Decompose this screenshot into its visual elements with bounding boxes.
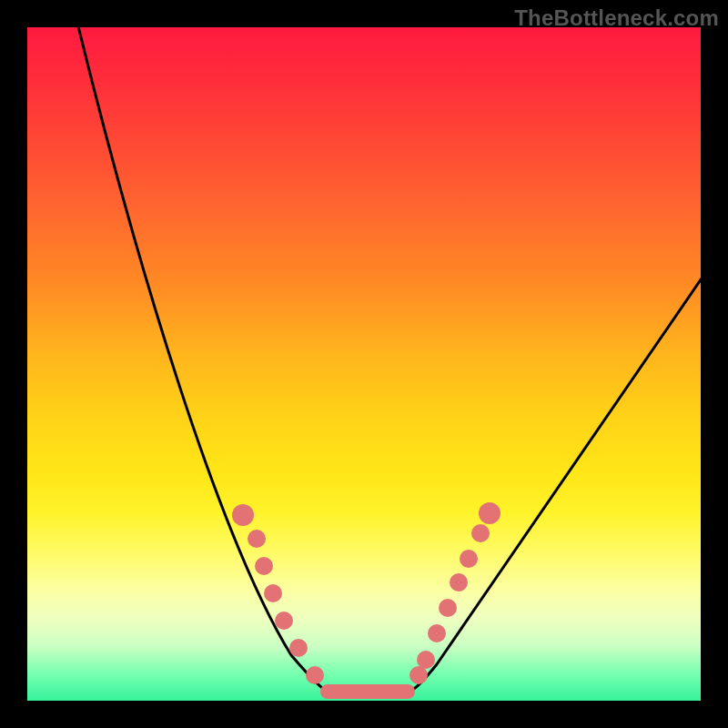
marker-right-0	[410, 666, 428, 684]
marker-left-5	[289, 639, 308, 657]
plot-area	[27, 27, 701, 701]
marker-left-6	[306, 666, 324, 684]
marker-left-0	[232, 504, 254, 526]
markers-left-group	[232, 504, 324, 684]
marker-right-2	[428, 624, 446, 642]
marker-right-3	[439, 599, 457, 617]
marker-left-1	[248, 530, 266, 548]
marker-right-4	[450, 573, 468, 592]
marker-right-5	[460, 550, 478, 568]
marker-left-2	[255, 557, 273, 575]
bottleneck-curve	[77, 27, 701, 696]
marker-left-4	[275, 612, 293, 630]
marker-left-3	[264, 584, 282, 602]
marker-right-6	[471, 524, 490, 542]
curve-svg	[27, 27, 701, 701]
chart-frame: TheBottleneck.com	[0, 0, 728, 728]
marker-right-1	[417, 651, 435, 669]
marker-right-7	[479, 502, 500, 524]
